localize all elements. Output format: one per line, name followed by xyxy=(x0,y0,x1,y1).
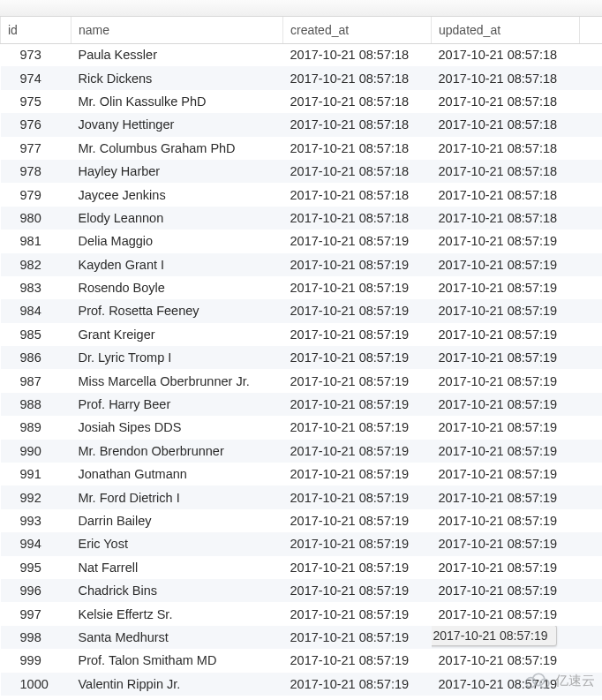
cell-created-at[interactable]: 2017-10-21 08:57:19 xyxy=(283,649,432,672)
cell-updated-at[interactable]: 2017-10-21 08:57:18 xyxy=(432,137,580,160)
cell-updated-at[interactable]: 2017-10-21 08:57:18 xyxy=(432,207,580,230)
cell-created-at[interactable]: 2017-10-21 08:57:18 xyxy=(283,160,432,183)
cell-created-at[interactable]: 2017-10-21 08:57:19 xyxy=(283,299,432,322)
cell-name[interactable]: Mr. Brendon Oberbrunner xyxy=(71,440,283,463)
table-row[interactable]: 988Prof. Harry Beer2017-10-21 08:57:1920… xyxy=(1,393,603,416)
cell-name[interactable]: Santa Medhurst xyxy=(71,626,283,649)
cell-id[interactable]: 992 xyxy=(1,485,71,508)
cell-name[interactable]: Hayley Harber xyxy=(71,160,283,183)
cell-created-at[interactable]: 2017-10-21 08:57:19 xyxy=(283,602,432,625)
table-row[interactable]: 978Hayley Harber2017-10-21 08:57:182017-… xyxy=(1,160,603,183)
cell-id[interactable]: 975 xyxy=(1,90,71,113)
table-row[interactable]: 985Grant Kreiger2017-10-21 08:57:192017-… xyxy=(1,323,603,346)
cell-updated-at[interactable]: 2017-10-21 08:57:19 xyxy=(432,532,580,555)
cell-id[interactable]: 979 xyxy=(1,183,71,206)
cell-name[interactable]: Eric Yost xyxy=(71,532,283,555)
table-row[interactable]: 975Mr. Olin Kassulke PhD2017-10-21 08:57… xyxy=(1,90,603,113)
cell-created-at[interactable]: 2017-10-21 08:57:19 xyxy=(283,532,432,555)
cell-updated-at[interactable]: 2017-10-21 08:57:19 xyxy=(432,416,580,439)
table-row[interactable]: 979Jaycee Jenkins2017-10-21 08:57:182017… xyxy=(1,183,603,206)
cell-name[interactable]: Dr. Lyric Tromp I xyxy=(71,346,283,369)
cell-name[interactable]: Paula Kessler xyxy=(71,43,283,66)
cell-name[interactable]: Jonathan Gutmann xyxy=(71,463,283,485)
table-row[interactable]: 995Nat Farrell2017-10-21 08:57:192017-10… xyxy=(1,556,603,579)
cell-id[interactable]: 990 xyxy=(1,440,71,463)
table-row[interactable]: 980Elody Leannon2017-10-21 08:57:182017-… xyxy=(1,207,603,230)
cell-updated-at[interactable]: 2017-10-21 08:57:19 xyxy=(432,369,580,392)
cell-id[interactable]: 993 xyxy=(1,509,71,532)
cell-name[interactable]: Kelsie Effertz Sr. xyxy=(71,602,283,625)
cell-id[interactable]: 991 xyxy=(1,463,71,485)
cell-id[interactable]: 996 xyxy=(1,579,71,602)
cell-id[interactable]: 997 xyxy=(1,602,71,625)
cell-name[interactable]: Nat Farrell xyxy=(71,556,283,579)
cell-name[interactable]: Kayden Grant I xyxy=(71,253,283,276)
cell-created-at[interactable]: 2017-10-21 08:57:19 xyxy=(283,579,432,602)
cell-id[interactable]: 980 xyxy=(1,207,71,230)
cell-id[interactable]: 988 xyxy=(1,393,71,416)
cell-id[interactable]: 974 xyxy=(1,66,71,89)
cell-created-at[interactable]: 2017-10-21 08:57:18 xyxy=(283,113,432,136)
cell-updated-at[interactable]: 2017-10-21 08:57:18 xyxy=(432,43,580,66)
table-row[interactable]: 993Darrin Bailey2017-10-21 08:57:192017-… xyxy=(1,509,603,532)
cell-updated-at[interactable]: 2017-10-21 08:57:18 xyxy=(432,183,580,206)
table-row[interactable]: 984Prof. Rosetta Feeney2017-10-21 08:57:… xyxy=(1,299,603,322)
cell-updated-at[interactable]: 2017-10-21 08:57:18 xyxy=(432,160,580,183)
cell-created-at[interactable]: 2017-10-21 08:57:18 xyxy=(283,43,432,66)
cell-updated-at[interactable]: 2017-10-21 08:57:19 xyxy=(432,649,580,672)
table-row[interactable]: 977Mr. Columbus Graham PhD2017-10-21 08:… xyxy=(1,137,603,160)
cell-name[interactable]: Elody Leannon xyxy=(71,207,283,230)
cell-updated-at[interactable]: 2017-10-21 08:57:19 xyxy=(432,230,580,252)
cell-updated-at[interactable]: 2017-10-21 08:57:18 xyxy=(432,113,580,136)
cell-updated-at[interactable]: 2017-10-21 08:57:19 xyxy=(432,299,580,322)
cell-updated-at[interactable]: 2017-10-21 08:57:19 xyxy=(432,346,580,369)
cell-id[interactable]: 995 xyxy=(1,556,71,579)
cell-updated-at[interactable]: 2017-10-21 08:57:19 xyxy=(432,485,580,508)
cell-created-at[interactable]: 2017-10-21 08:57:19 xyxy=(283,626,432,649)
col-header-created-at[interactable]: created_at xyxy=(283,17,432,43)
cell-name[interactable]: Darrin Bailey xyxy=(71,509,283,532)
table-row[interactable]: 989Josiah Sipes DDS2017-10-21 08:57:1920… xyxy=(1,416,603,439)
cell-created-at[interactable]: 2017-10-21 08:57:19 xyxy=(283,346,432,369)
cell-id[interactable]: 1000 xyxy=(1,673,71,696)
table-row[interactable]: 999Prof. Talon Smitham MD2017-10-21 08:5… xyxy=(1,649,603,672)
cell-created-at[interactable]: 2017-10-21 08:57:19 xyxy=(283,485,432,508)
cell-updated-at[interactable]: 2017-10-21 08:57:19 xyxy=(432,323,580,346)
cell-name[interactable]: Jaycee Jenkins xyxy=(71,183,283,206)
cell-id[interactable]: 983 xyxy=(1,276,71,299)
cell-created-at[interactable]: 2017-10-21 08:57:19 xyxy=(283,556,432,579)
table-row[interactable]: 997Kelsie Effertz Sr.2017-10-21 08:57:19… xyxy=(1,602,603,625)
cell-id[interactable]: 989 xyxy=(1,416,71,439)
cell-updated-at[interactable]: 2017-10-21 08:57:18 xyxy=(432,90,580,113)
cell-created-at[interactable]: 2017-10-21 08:57:18 xyxy=(283,66,432,89)
table-row[interactable]: 996Chadrick Bins2017-10-21 08:57:192017-… xyxy=(1,579,603,602)
table-row[interactable]: 998Santa Medhurst2017-10-21 08:57:192017… xyxy=(1,626,603,649)
cell-updated-at[interactable]: 2017-10-21 08:57:19 xyxy=(432,579,580,602)
cell-updated-at[interactable]: 2017-10-21 08:57:19 xyxy=(432,602,580,625)
col-header-id[interactable]: id xyxy=(1,17,71,43)
cell-name[interactable]: Prof. Harry Beer xyxy=(71,393,283,416)
cell-created-at[interactable]: 2017-10-21 08:57:19 xyxy=(283,416,432,439)
table-row[interactable]: 991Jonathan Gutmann2017-10-21 08:57:1920… xyxy=(1,463,603,485)
cell-id[interactable]: 986 xyxy=(1,346,71,369)
cell-created-at[interactable]: 2017-10-21 08:57:19 xyxy=(283,440,432,463)
cell-name[interactable]: Rosendo Boyle xyxy=(71,276,283,299)
cell-updated-at[interactable]: 2017-10-21 08:57:19 xyxy=(432,393,580,416)
cell-updated-at[interactable]: 2017-10-21 08:57:19 xyxy=(432,463,580,485)
cell-name[interactable]: Mr. Olin Kassulke PhD xyxy=(71,90,283,113)
cell-name[interactable]: Prof. Rosetta Feeney xyxy=(71,299,283,322)
cell-id[interactable]: 978 xyxy=(1,160,71,183)
table-row[interactable]: 1000Valentin Rippin Jr.2017-10-21 08:57:… xyxy=(1,673,603,696)
cell-id[interactable]: 987 xyxy=(1,369,71,392)
cell-updated-at[interactable]: 2017-10-21 08:57:19 xyxy=(432,509,580,532)
cell-updated-at[interactable]: 2017-10-21 08:57:19 xyxy=(432,556,580,579)
col-header-updated-at[interactable]: updated_at xyxy=(432,17,580,43)
table-row[interactable]: 974Rick Dickens2017-10-21 08:57:182017-1… xyxy=(1,66,603,89)
table-row[interactable]: 994Eric Yost2017-10-21 08:57:192017-10-2… xyxy=(1,532,603,555)
table-row[interactable]: 992Mr. Ford Dietrich I2017-10-21 08:57:1… xyxy=(1,485,603,508)
table-row[interactable]: 990Mr. Brendon Oberbrunner2017-10-21 08:… xyxy=(1,440,603,463)
cell-id[interactable]: 999 xyxy=(1,649,71,672)
cell-name[interactable]: Josiah Sipes DDS xyxy=(71,416,283,439)
col-header-name[interactable]: name xyxy=(71,17,283,43)
cell-created-at[interactable]: 2017-10-21 08:57:18 xyxy=(283,137,432,160)
